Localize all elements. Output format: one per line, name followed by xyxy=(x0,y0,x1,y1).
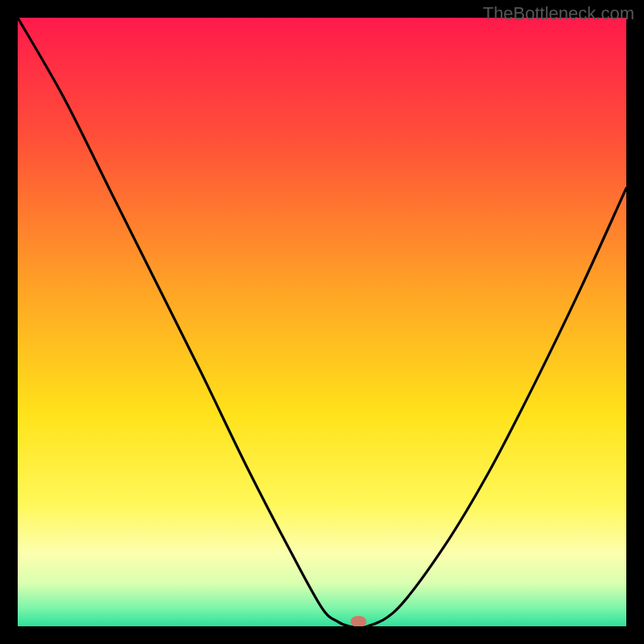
watermark-text: TheBottleneck.com xyxy=(483,3,634,24)
chart-background xyxy=(18,18,626,626)
chart-svg xyxy=(18,18,626,626)
chart-frame xyxy=(18,18,626,626)
